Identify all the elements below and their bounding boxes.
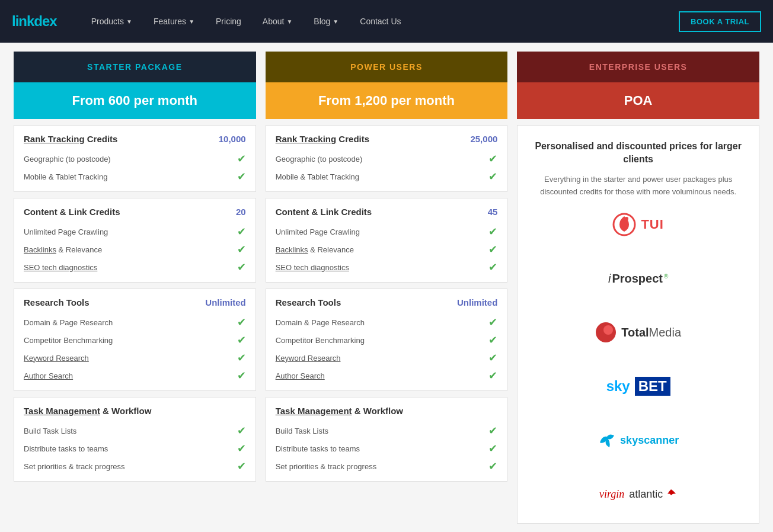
virgin-container: virgin atlantic bbox=[599, 488, 677, 501]
check-icon: ✔ bbox=[237, 460, 246, 473]
starter-domain-row: Domain & Page Research ✔ bbox=[24, 313, 246, 331]
dropdown-arrow: ▼ bbox=[286, 18, 292, 25]
check-icon: ✔ bbox=[237, 152, 246, 165]
iprospect-prospect: Prospect bbox=[612, 272, 663, 286]
check-icon: ✔ bbox=[237, 334, 246, 347]
nav-item-pricing[interactable]: Pricing bbox=[205, 0, 252, 43]
totalmedia-logo: TotalMedia bbox=[595, 318, 681, 347]
power-content-link-card: Content & Link Credits 45 Unlimited Page… bbox=[266, 198, 508, 283]
check-icon: ✔ bbox=[488, 334, 497, 347]
check-icon: ✔ bbox=[488, 225, 497, 238]
starter-research-card: Research Tools Unlimited Domain & Page R… bbox=[14, 289, 256, 391]
task-management-link[interactable]: Task Management bbox=[276, 406, 352, 416]
rank-tracking-link[interactable]: Rank Tracking bbox=[24, 134, 85, 144]
virgin-wing-icon bbox=[665, 488, 677, 500]
power-crawling-row: Unlimited Page Crawling ✔ bbox=[276, 223, 498, 241]
iprospect-logo: i Prospect ® bbox=[608, 264, 668, 293]
starter-seo-row: SEO tech diagnostics ✔ bbox=[24, 258, 246, 276]
power-content-link-title: Content & Link Credits bbox=[276, 207, 372, 217]
starter-distribute-row: Distribute tasks to teams ✔ bbox=[24, 440, 246, 457]
starter-research-header: Research Tools Unlimited bbox=[24, 297, 246, 307]
check-icon: ✔ bbox=[488, 460, 497, 473]
check-icon: ✔ bbox=[237, 369, 246, 382]
starter-header: STARTER PACKAGE bbox=[14, 52, 256, 82]
starter-task-header: Task Management & Workflow bbox=[24, 406, 246, 416]
power-domain-row: Domain & Page Research ✔ bbox=[276, 313, 498, 331]
starter-content-link-title: Content & Link Credits bbox=[24, 207, 120, 217]
rank-tracking-link[interactable]: Rank Tracking bbox=[276, 134, 337, 144]
task-management-link[interactable]: Task Management bbox=[24, 406, 100, 416]
starter-mobile-row: Mobile & Tablet Tracking ✔ bbox=[24, 168, 246, 185]
totalmedia-container: TotalMedia bbox=[595, 322, 681, 343]
iprospect-container: i Prospect ® bbox=[608, 272, 668, 286]
power-column: POWER USERS From 1,200 per month Rank Tr… bbox=[261, 52, 513, 524]
check-icon: ✔ bbox=[237, 170, 246, 183]
skyscanner-icon bbox=[598, 431, 617, 450]
logo[interactable]: linkdex bbox=[12, 13, 57, 30]
check-icon: ✔ bbox=[488, 243, 497, 256]
skyscanner-container: skyscanner bbox=[598, 431, 679, 450]
backlinks-link[interactable]: Backlinks bbox=[276, 245, 308, 254]
nav-item-blog[interactable]: Blog ▼ bbox=[303, 0, 349, 43]
skyscanner-logo: skyscanner bbox=[598, 425, 679, 455]
starter-task-title: Task Management & Workflow bbox=[24, 406, 151, 416]
power-mobile-row: Mobile & Tablet Tracking ✔ bbox=[276, 168, 498, 185]
iprospect-sup: ® bbox=[664, 273, 668, 280]
power-rank-count: 25,000 bbox=[470, 134, 497, 144]
power-content-link-header: Content & Link Credits 45 bbox=[276, 207, 498, 217]
nav-item-features[interactable]: Features ▼ bbox=[143, 0, 205, 43]
check-icon: ✔ bbox=[488, 170, 497, 183]
navigation: linkdex Products ▼ Features ▼ Pricing Ab… bbox=[0, 0, 773, 43]
nav-item-about[interactable]: About ▼ bbox=[252, 0, 304, 43]
starter-research-title: Research Tools bbox=[24, 297, 90, 307]
author-search-link[interactable]: Author Search bbox=[276, 371, 325, 380]
power-research-title: Research Tools bbox=[276, 297, 341, 307]
power-build-tasks-row: Build Task Lists ✔ bbox=[276, 422, 498, 440]
client-logo-grid: TUI i Prospect ® bbox=[529, 210, 747, 509]
seo-diagnostics-link[interactable]: SEO tech diagnostics bbox=[276, 263, 349, 272]
tui-logo: TUI bbox=[612, 210, 663, 239]
keyword-research-link[interactable]: Keyword Research bbox=[24, 354, 89, 363]
starter-research-count: Unlimited bbox=[205, 297, 245, 307]
power-distribute-row: Distribute tasks to teams ✔ bbox=[276, 440, 498, 457]
author-search-link[interactable]: Author Search bbox=[24, 371, 73, 380]
skybet-container: sky BET bbox=[606, 377, 670, 396]
starter-author-row: Author Search ✔ bbox=[24, 367, 246, 384]
seo-diagnostics-link[interactable]: SEO tech diagnostics bbox=[24, 263, 97, 272]
keyword-research-link[interactable]: Keyword Research bbox=[276, 354, 341, 363]
check-icon: ✔ bbox=[488, 316, 497, 329]
starter-task-card: Task Management & Workflow Build Task Li… bbox=[14, 397, 256, 482]
virgin-atlantic-logo: virgin atlantic bbox=[599, 479, 677, 509]
starter-link-count: 20 bbox=[236, 207, 246, 217]
nav-item-products[interactable]: Products ▼ bbox=[81, 0, 143, 43]
tui-logo-container: TUI bbox=[612, 213, 663, 236]
totalmedia-icon bbox=[595, 322, 617, 343]
nav-item-contact[interactable]: Contact Us bbox=[349, 0, 411, 43]
dropdown-arrow: ▼ bbox=[333, 18, 338, 25]
power-research-count: Unlimited bbox=[457, 297, 497, 307]
backlinks-link[interactable]: Backlinks bbox=[24, 245, 56, 254]
power-priorities-row: Set priorities & track progress ✔ bbox=[276, 457, 498, 475]
book-trial-button[interactable]: BOOK A TRIAL bbox=[679, 11, 761, 32]
totalmedia-text: TotalMedia bbox=[621, 326, 681, 339]
power-rank-tracking-card: Rank Tracking Credits 25,000 Geographic … bbox=[266, 125, 508, 192]
power-task-header: Task Management & Workflow bbox=[276, 406, 498, 416]
enterprise-content: Personalised and discounted prices for l… bbox=[517, 125, 759, 524]
check-icon: ✔ bbox=[237, 442, 246, 455]
enterprise-tagline: Personalised and discounted prices for l… bbox=[529, 140, 747, 166]
starter-keyword-row: Keyword Research ✔ bbox=[24, 349, 246, 367]
power-price: From 1,200 per month bbox=[266, 82, 508, 119]
virgin-text: virgin bbox=[599, 488, 624, 501]
check-icon: ✔ bbox=[237, 351, 246, 364]
power-rank-tracking-title: Rank Tracking Credits bbox=[276, 134, 369, 144]
tui-text: TUI bbox=[641, 217, 663, 232]
check-icon: ✔ bbox=[488, 152, 497, 165]
power-author-row: Author Search ✔ bbox=[276, 367, 498, 384]
starter-priorities-row: Set priorities & track progress ✔ bbox=[24, 457, 246, 475]
power-competitor-row: Competitor Benchmarking ✔ bbox=[276, 331, 498, 349]
starter-rank-tracking-title: Rank Tracking Credits bbox=[24, 134, 117, 144]
starter-rank-tracking-card: Rank Tracking Credits 10,000 Geographic … bbox=[14, 125, 256, 192]
starter-column: STARTER PACKAGE From 600 per month Rank … bbox=[9, 52, 261, 524]
power-task-title: Task Management & Workflow bbox=[276, 406, 403, 416]
check-icon: ✔ bbox=[488, 369, 497, 382]
